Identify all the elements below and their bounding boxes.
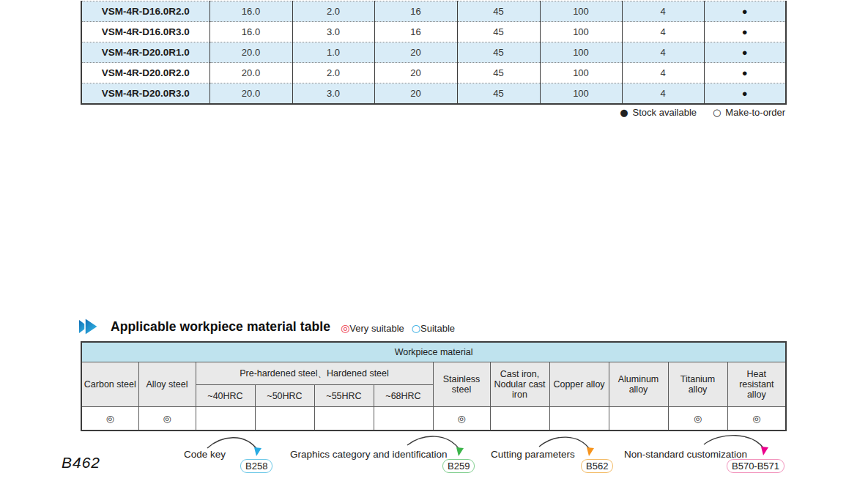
value-cell: 4 <box>622 22 704 42</box>
workpiece-material-banner: Workpiece material <box>81 342 786 362</box>
very-suitable-label: Very suitable <box>349 323 404 334</box>
stock-dot-icon: ● <box>704 42 786 63</box>
arrow-head-code-key-icon <box>254 447 261 456</box>
header-aluminum-alloy: Aluminum alloy <box>609 362 668 407</box>
model-cell: VSM-4R-D20.0R1.0 <box>81 42 209 63</box>
rating-copper <box>549 407 609 431</box>
rating-stainless: ◎ <box>433 407 490 431</box>
make-to-order-label: Make-to-order <box>725 107 785 118</box>
rating-aluminum <box>609 407 668 431</box>
value-cell: 20.0 <box>209 42 292 63</box>
product-row: VSM-4R-D20.0R2.0 20.0 2.0 20 45 100 4 ● <box>81 63 786 83</box>
stock-filled-circle-icon: ● <box>620 107 628 118</box>
arrow-line-non-standard <box>704 436 765 450</box>
value-cell: 100 <box>540 83 622 105</box>
header-hardened-group: Pre-hardened steel、Hardened steel <box>196 362 433 385</box>
stock-dot-icon: ● <box>704 22 786 42</box>
value-cell: 45 <box>457 63 540 83</box>
rating-heat-resistant: ◎ <box>727 407 786 431</box>
stock-available-label: Stock available <box>633 107 697 118</box>
very-suitable-icon: ◎ <box>341 322 349 334</box>
value-cell: 4 <box>622 1 704 22</box>
make-to-order-circle-icon: ○ <box>713 107 721 118</box>
header-carbon-steel: Carbon steel <box>81 362 138 407</box>
model-cell: VSM-4R-D20.0R2.0 <box>81 63 209 83</box>
value-cell: 3.0 <box>292 22 374 42</box>
stock-legend: ●Stock available○Make-to-order <box>81 107 785 118</box>
value-cell: 16 <box>374 22 457 42</box>
stock-dot-icon: ● <box>704 63 786 83</box>
arrow-head-non-standard-icon <box>761 447 768 455</box>
value-cell: 16.0 <box>209 1 292 22</box>
arrow-head-cutting-icon <box>587 447 594 456</box>
stock-dot-icon: ● <box>704 1 786 22</box>
value-cell: 20 <box>374 63 457 83</box>
value-cell: 45 <box>457 42 540 63</box>
material-legend: ◎Very suitable○Suitable <box>341 322 455 334</box>
suitable-label: Suitable <box>420 323 455 334</box>
stock-dot-icon: ● <box>704 83 786 105</box>
value-cell: 20.0 <box>209 83 292 105</box>
rating-carbon: ◎ <box>81 407 138 431</box>
product-row: VSM-4R-D20.0R1.0 20.0 1.0 20 45 100 4 ● <box>81 42 786 63</box>
header-hrc-68: ~68HRC <box>374 385 433 407</box>
value-cell: 16.0 <box>209 22 292 42</box>
product-row: VSM-4R-D16.0R3.0 16.0 3.0 16 45 100 4 ● <box>81 22 786 42</box>
value-cell: 100 <box>540 42 622 63</box>
rating-titanium: ◎ <box>668 407 727 431</box>
product-row: VSM-4R-D16.0R2.0 16.0 2.0 16 45 100 4 ● <box>81 1 786 22</box>
arrow-head-graphics-icon <box>456 447 464 456</box>
value-cell: 100 <box>540 1 622 22</box>
page-ref-badge-b258: B258 <box>240 459 272 473</box>
section-title: Applicable workpiece material table <box>111 319 330 335</box>
workpiece-material-table: Workpiece material Carbon steel Alloy st… <box>81 341 787 431</box>
value-cell: 2.0 <box>292 1 374 22</box>
header-copper-alloy: Copper alloy <box>549 362 609 407</box>
rating-hrc-68 <box>374 407 433 431</box>
rating-hrc-50 <box>255 407 314 431</box>
value-cell: 3.0 <box>292 83 374 105</box>
value-cell: 20 <box>374 42 457 63</box>
page-number: B462 <box>62 454 100 472</box>
double-arrow-icon <box>78 317 103 336</box>
footnote-cutting-parameters: Cutting parameters <box>491 449 575 460</box>
product-row: VSM-4R-D20.0R3.0 20.0 3.0 20 45 100 4 ● <box>81 83 786 105</box>
value-cell: 100 <box>540 22 622 42</box>
rating-hrc-40 <box>196 407 255 431</box>
header-titanium-alloy: Titanium alloy <box>668 362 727 407</box>
header-heat-resistant-alloy: Heat resistant alloy <box>727 362 786 407</box>
page-ref-badge-b570-b571: B570-B571 <box>727 459 784 473</box>
catalog-page: VSM-4R-D16.0R2.0 16.0 2.0 16 45 100 4 ● … <box>0 0 868 503</box>
header-stainless-steel: Stainless steel <box>433 362 490 407</box>
value-cell: 1.0 <box>292 42 374 63</box>
value-cell: 20.0 <box>209 63 292 83</box>
value-cell: 45 <box>457 1 540 22</box>
value-cell: 20 <box>374 83 457 105</box>
rating-row: ◎ ◎ ◎ ◎ ◎ <box>81 407 786 431</box>
rating-cast-iron <box>490 407 549 431</box>
footnote-graphics-category: Graphics category and identification <box>290 449 448 460</box>
product-table: VSM-4R-D16.0R2.0 16.0 2.0 16 45 100 4 ● … <box>81 1 787 105</box>
value-cell: 4 <box>622 42 704 63</box>
model-cell: VSM-4R-D20.0R3.0 <box>81 83 209 105</box>
page-ref-badge-b562: B562 <box>581 459 613 473</box>
header-hrc-55: ~55HRC <box>314 385 374 407</box>
footnote-code-key: Code key <box>184 449 226 460</box>
material-section-header: Applicable workpiece material table ◎Ver… <box>78 317 455 336</box>
rating-alloy: ◎ <box>138 407 196 431</box>
footnote-non-standard: Non-standard customization <box>624 449 747 460</box>
value-cell: 45 <box>457 83 540 105</box>
value-cell: 16 <box>374 1 457 22</box>
value-cell: 4 <box>622 83 704 105</box>
value-cell: 45 <box>457 22 540 42</box>
value-cell: 4 <box>622 63 704 83</box>
header-hrc-50: ~50HRC <box>255 385 314 407</box>
rating-hrc-55 <box>314 407 374 431</box>
header-cast-iron: Cast iron, Nodular cast iron <box>490 362 549 407</box>
header-alloy-steel: Alloy steel <box>138 362 196 407</box>
value-cell: 100 <box>540 63 622 83</box>
header-hrc-40: ~40HRC <box>196 385 255 407</box>
model-cell: VSM-4R-D16.0R3.0 <box>81 22 209 42</box>
value-cell: 2.0 <box>292 63 374 83</box>
model-cell: VSM-4R-D16.0R2.0 <box>81 1 209 22</box>
